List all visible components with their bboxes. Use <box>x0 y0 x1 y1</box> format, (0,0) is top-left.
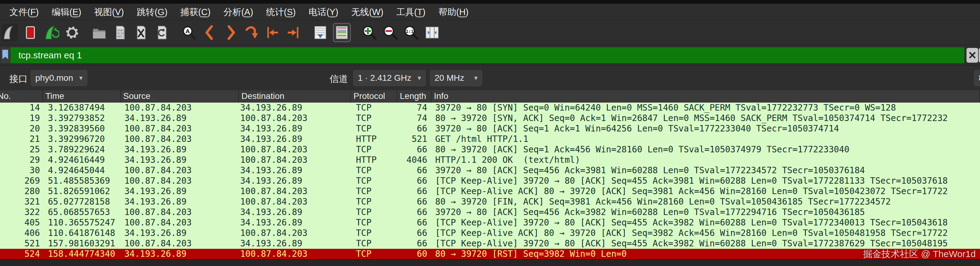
interface-value: phy0.mon <box>35 70 73 86</box>
packet-row[interactable]: 253.78922962434.193.26.89100.87.84.203TC… <box>0 144 980 155</box>
packet-list-header: No.TimeSourceDestinationProtocolLengthIn… <box>0 90 980 103</box>
goto-packet-icon[interactable] <box>243 24 260 41</box>
packet-cell-info: [TCP Keep-Alive] 39720 → 80 [ACK] Seq=45… <box>431 238 980 249</box>
packet-cell-info: 39720 → 80 [ACK] Seq=456 Ack=3981 Win=60… <box>431 165 980 176</box>
close-file-icon[interactable] <box>133 24 149 41</box>
restart-capture-icon[interactable] <box>43 24 60 41</box>
channel-value: 1 · 2.412 GHz <box>358 70 411 86</box>
filter-bar: tcp.stream eq 1 ✕ <box>0 45 980 65</box>
zoom-in-icon[interactable] <box>361 24 378 41</box>
packet-cell-destination: 34.193.26.89 <box>239 103 351 113</box>
save-file-icon[interactable]: 010101100011 <box>112 24 128 41</box>
main-toolbar: 010101100011A1:1 <box>0 21 980 45</box>
packet-row[interactable]: 294.92461644934.193.26.89100.87.84.203HT… <box>0 155 980 165</box>
autoscroll-icon[interactable] <box>312 24 329 41</box>
menu-statistics[interactable]: 统计(S) <box>259 4 302 20</box>
bookmark-icon <box>2 49 9 61</box>
packet-cell-length: 74 <box>398 113 431 123</box>
packet-cell-destination: 34.193.26.89 <box>239 207 351 217</box>
resize-columns-icon[interactable] <box>424 24 441 41</box>
menu-go[interactable]: 跳转(G) <box>130 4 174 20</box>
packet-row[interactable]: 406110.64187614834.193.26.89100.87.84.20… <box>0 228 980 238</box>
reload-file-icon[interactable] <box>154 24 170 41</box>
apply-filter-button[interactable] <box>979 48 980 63</box>
packet-cell-info: [TCP Keep-Alive] 39720 → 80 [ACK] Seq=45… <box>431 176 980 186</box>
menu-file[interactable]: 文件(F) <box>3 4 45 20</box>
column-header-length[interactable]: Length <box>398 90 431 103</box>
packet-cell-destination: 34.193.26.89 <box>239 176 351 186</box>
packet-cell-info: 39720 → 80 [ACK] Seq=1 Ack=1 Win=64256 L… <box>431 123 980 134</box>
last-packet-icon[interactable] <box>285 24 302 41</box>
packet-cell-length: 66 <box>398 186 431 197</box>
column-header-no[interactable]: No. <box>0 90 43 103</box>
menu-wireless[interactable]: 无线(W) <box>345 4 390 20</box>
packet-cell-info: [TCP Keep-Alive] 39720 → 80 [ACK] Seq=45… <box>431 217 980 228</box>
stop-capture-icon[interactable] <box>22 24 39 41</box>
channel-dropdown[interactable]: 1 · 2.412 GHz▾ <box>353 70 426 86</box>
find-packet-icon[interactable]: A <box>181 24 197 41</box>
packet-row[interactable]: 32165.02772815834.193.26.89100.87.84.203… <box>0 197 980 207</box>
packet-cell-destination: 34.193.26.89 <box>239 217 351 228</box>
menu-help[interactable]: 帮助(H) <box>432 4 475 20</box>
packet-row[interactable]: 304.924645044100.87.84.20334.193.26.89TC… <box>0 165 980 176</box>
packet-cell-no: 406 <box>0 228 43 238</box>
clear-filter-button[interactable]: ✕ <box>966 48 978 63</box>
chevron-down-icon: ▾ <box>418 70 421 86</box>
capture-options-icon[interactable] <box>64 24 81 41</box>
packet-cell-source: 100.87.84.203 <box>121 123 239 134</box>
packet-cell-source: 100.87.84.203 <box>121 134 239 144</box>
packet-row[interactable]: 521157.981603291100.87.84.20334.193.26.8… <box>0 238 980 249</box>
packet-row[interactable]: 203.392839560100.87.84.20334.193.26.89TC… <box>0 123 980 134</box>
column-header-time[interactable]: Time <box>43 90 121 103</box>
wireless-preferences-button[interactable]: 8 <box>974 70 980 86</box>
start-capture-icon[interactable] <box>1 24 18 41</box>
packet-cell-length: 66 <box>398 197 431 207</box>
colorize-icon[interactable] <box>333 23 351 42</box>
packet-row[interactable]: 193.39279385234.193.26.89100.87.84.203TC… <box>0 113 980 123</box>
previous-packet-icon[interactable] <box>202 24 218 41</box>
menu-edit[interactable]: 编辑(E) <box>45 4 88 20</box>
menu-telephony[interactable]: 电话(Y) <box>302 4 345 20</box>
packet-cell-source: 34.193.26.89 <box>121 228 239 238</box>
packet-cell-time: 3.392839560 <box>43 123 121 134</box>
packet-cell-source: 100.87.84.203 <box>121 207 239 217</box>
packet-row[interactable]: 405110.365575247100.87.84.20334.193.26.8… <box>0 217 980 228</box>
open-file-icon[interactable] <box>91 24 108 41</box>
display-filter-input[interactable]: tcp.stream eq 1 <box>10 47 964 63</box>
menu-analyze[interactable]: 分析(A) <box>217 4 260 20</box>
packet-row[interactable]: 32265.068557653100.87.84.20334.193.26.89… <box>0 207 980 217</box>
zoom-out-icon[interactable] <box>382 24 399 41</box>
menu-view[interactable]: 视图(V) <box>88 4 130 20</box>
packet-cell-no: 280 <box>0 186 43 197</box>
menu-tools[interactable]: 工具(T) <box>390 4 432 20</box>
filter-bookmark-button[interactable] <box>1 47 10 63</box>
packet-cell-source: 34.193.26.89 <box>121 155 239 165</box>
packet-cell-protocol: HTTP <box>351 155 398 165</box>
packet-row[interactable]: 143.126387494100.87.84.20334.193.26.89TC… <box>0 103 980 113</box>
packet-cell-time: 3.392996720 <box>43 134 121 144</box>
packet-cell-no: 14 <box>0 103 43 113</box>
first-packet-icon[interactable] <box>264 24 281 41</box>
column-header-protocol[interactable]: Protocol <box>351 90 398 103</box>
packet-cell-time: 157.981603291 <box>43 238 121 249</box>
packet-cell-time: 110.365575247 <box>43 217 121 228</box>
packet-cell-info: GET /html HTTP/1.1 <box>431 134 980 144</box>
column-header-source[interactable]: Source <box>121 90 239 103</box>
packet-cell-protocol: TCP <box>351 113 398 123</box>
menu-capture[interactable]: 捕获(C) <box>174 4 217 20</box>
svg-text:0110: 0110 <box>117 32 124 35</box>
packet-row[interactable]: 213.392996720100.87.84.20334.193.26.89HT… <box>0 134 980 144</box>
packet-cell-info: [TCP Keep-Alive ACK] 80 → 39720 [ACK] Se… <box>431 186 980 197</box>
bottom-panel-edge <box>0 259 980 266</box>
next-packet-icon[interactable] <box>222 24 239 41</box>
packet-row[interactable]: 26951.485585369100.87.84.20334.193.26.89… <box>0 176 980 186</box>
packet-cell-destination: 34.193.26.89 <box>239 165 351 176</box>
packet-row[interactable]: 28051.82659106234.193.26.89100.87.84.203… <box>0 186 980 197</box>
packet-row[interactable]: 524158.44477434034.193.26.89100.87.84.20… <box>0 249 980 259</box>
close-icon: ✕ <box>968 49 977 61</box>
column-header-destination[interactable]: Destination <box>239 90 351 103</box>
zoom-original-icon[interactable]: 1:1 <box>403 24 420 41</box>
bandwidth-dropdown[interactable]: 20 MHz▾ <box>430 70 482 86</box>
column-header-info[interactable]: Info <box>431 90 980 103</box>
interface-dropdown[interactable]: phy0.mon▾ <box>31 70 87 86</box>
